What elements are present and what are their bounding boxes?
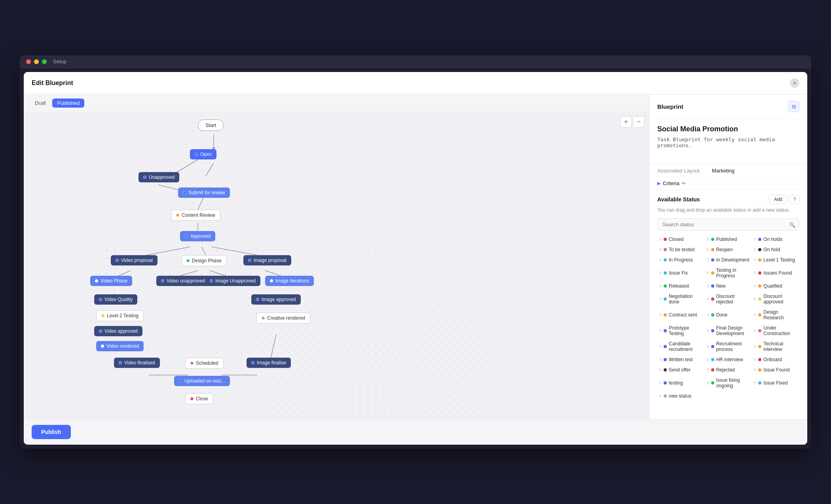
node-close[interactable]: Close xyxy=(185,393,213,404)
node-submit-review[interactable]: Submit for review xyxy=(178,188,230,198)
status-item[interactable]: ⠿ testing xyxy=(657,375,705,390)
node-video-approved[interactable]: Video approved xyxy=(94,326,142,336)
zoom-in-button[interactable]: + xyxy=(620,116,632,127)
status-item[interactable]: ⠿ Released xyxy=(657,281,705,291)
status-item[interactable]: ⠿ To be tested xyxy=(657,245,705,254)
publish-button[interactable]: Publish xyxy=(32,425,71,439)
node-open[interactable]: Open xyxy=(190,149,216,159)
node-video-quality[interactable]: Video Quality xyxy=(94,294,137,305)
status-item[interactable]: ⠿ Prototype Testing xyxy=(657,323,705,338)
node-scheduled[interactable]: Scheduled xyxy=(185,358,224,369)
status-dot xyxy=(758,248,761,251)
maximize-dot[interactable] xyxy=(42,59,47,64)
status-dot xyxy=(664,258,667,261)
node-uploaded[interactable]: Uploaded on soci... xyxy=(174,376,230,386)
close-dot[interactable] xyxy=(26,59,31,64)
status-item[interactable]: ⠿ Send offer xyxy=(657,365,705,375)
status-item[interactable]: ⠿ On holds xyxy=(752,235,799,244)
tab-draft[interactable]: Draft xyxy=(30,99,51,108)
node-submit-label: Submit for review xyxy=(188,190,225,195)
status-dot xyxy=(664,238,667,241)
status-item[interactable]: ⠿ Recruitment process xyxy=(705,339,752,354)
status-item[interactable]: ⠿ Negotiation done xyxy=(657,292,705,307)
status-item[interactable]: ⠿ Contract sent xyxy=(657,307,705,322)
help-button[interactable]: ? xyxy=(790,195,799,204)
status-item[interactable]: ⠿ In Progress xyxy=(657,255,705,265)
node-video-finalised-label: Video finalised xyxy=(124,360,155,366)
status-item[interactable]: ⠿ Issue Fix xyxy=(657,265,705,280)
node-dot xyxy=(116,259,119,262)
blueprint-desc-input[interactable]: Task Blueprint for weekly social media p… xyxy=(657,136,799,156)
node-start[interactable]: Start xyxy=(198,119,224,131)
status-item[interactable]: ⠿ Discount approved xyxy=(752,292,799,307)
status-item[interactable]: ⠿ Reopen xyxy=(705,245,752,254)
status-item[interactable]: ⠿ Rejected xyxy=(705,365,752,375)
minimize-dot[interactable] xyxy=(34,59,39,64)
status-item[interactable]: ⠿ HR interview xyxy=(705,355,752,364)
criteria-chevron-icon[interactable]: ▶ xyxy=(657,181,660,186)
drag-icon: ⠿ xyxy=(706,284,709,288)
status-item[interactable]: ⠿ Onboard xyxy=(752,355,799,364)
status-item[interactable]: ⠿ Qualified xyxy=(752,281,799,291)
status-item[interactable]: ⠿ Level 1 Testing xyxy=(752,255,799,265)
status-item[interactable]: ⠿ On hold xyxy=(752,245,799,254)
tab-published[interactable]: Published xyxy=(52,99,84,108)
node-video-rendered[interactable]: Video rendered xyxy=(96,341,144,351)
status-label: Onboard xyxy=(763,357,782,362)
status-item[interactable]: ⠿ Discount rejected xyxy=(705,292,752,307)
status-dot xyxy=(711,313,714,316)
node-image-finalise[interactable]: Image finalise xyxy=(247,358,291,368)
status-item[interactable]: ⠿ Written test xyxy=(657,355,705,364)
node-image-unapproved[interactable]: Image Unapproved xyxy=(205,276,260,286)
blueprint-name-input[interactable] xyxy=(657,125,799,133)
node-dot xyxy=(179,379,182,383)
panel-expand-button[interactable]: ⊞ xyxy=(788,101,799,112)
node-unapproved[interactable]: Unapproved xyxy=(138,172,179,182)
node-content-review[interactable]: Content Review xyxy=(171,210,220,221)
add-status-button[interactable]: Add xyxy=(769,195,787,204)
node-image-approved[interactable]: Image approved xyxy=(251,294,301,305)
status-label: Reopen xyxy=(716,247,733,252)
status-item[interactable]: ⠿ Testing in Progress xyxy=(705,265,752,280)
node-image-iterations[interactable]: Image iterations xyxy=(265,276,314,286)
drag-icon: ⠿ xyxy=(659,237,662,242)
status-item[interactable]: ⠿ Published xyxy=(705,235,752,244)
node-level2-testing[interactable]: Level 2 Testing xyxy=(96,310,144,321)
status-label: In Development xyxy=(716,257,749,263)
criteria-edit-icon[interactable]: ✏ xyxy=(682,180,686,186)
node-dot xyxy=(190,362,194,365)
search-status-input[interactable] xyxy=(657,218,799,231)
status-item[interactable]: ⠿ new status xyxy=(657,391,705,401)
node-design-phase[interactable]: Design Phase xyxy=(181,255,227,266)
status-item[interactable]: ⠿ Done xyxy=(705,307,752,322)
zoom-out-button[interactable]: − xyxy=(633,116,644,127)
status-item[interactable]: ⠿ Design Research xyxy=(752,307,799,322)
status-item[interactable]: ⠿ New xyxy=(705,281,752,291)
drag-icon: ⠿ xyxy=(753,258,756,262)
status-item[interactable]: ⠿ Closed xyxy=(657,235,705,244)
status-item[interactable]: ⠿ In Development xyxy=(705,255,752,265)
svg-line-10 xyxy=(210,271,226,276)
node-video-finalised[interactable]: Video finalised xyxy=(114,358,160,368)
status-item[interactable]: ⠿ Final Design Development xyxy=(705,323,752,338)
status-item[interactable]: ⠿ Issue Found xyxy=(752,365,799,375)
drag-icon: ⠿ xyxy=(659,368,662,372)
status-item[interactable]: ⠿ Technical interview xyxy=(752,339,799,354)
status-item[interactable]: ⠿ Issue Fixed xyxy=(752,375,799,390)
svg-line-6 xyxy=(142,247,190,256)
modal-close-button[interactable]: × xyxy=(790,78,799,88)
node-creative-rendered[interactable]: Creative rendered xyxy=(256,313,310,324)
node-image-proposal[interactable]: Image proposal xyxy=(243,255,291,265)
node-video-phase[interactable]: Video Phase xyxy=(90,276,132,286)
svg-line-2 xyxy=(206,163,214,176)
node-approved[interactable]: Approved xyxy=(180,231,215,241)
node-dot xyxy=(270,279,273,282)
status-item[interactable]: ⠿ Candidate recruitment xyxy=(657,339,705,354)
status-label: Closed xyxy=(669,237,683,242)
status-item[interactable]: ⠿ Issue fixing ongoing xyxy=(705,375,752,390)
status-item[interactable]: ⠿ Under Construction xyxy=(752,323,799,338)
node-video-proposal[interactable]: Video proposal xyxy=(111,255,157,265)
status-item[interactable]: ⠿ Issues Found xyxy=(752,265,799,280)
node-video-unapproved[interactable]: Video unapproved xyxy=(156,276,210,286)
drag-icon: ⠿ xyxy=(753,271,756,275)
